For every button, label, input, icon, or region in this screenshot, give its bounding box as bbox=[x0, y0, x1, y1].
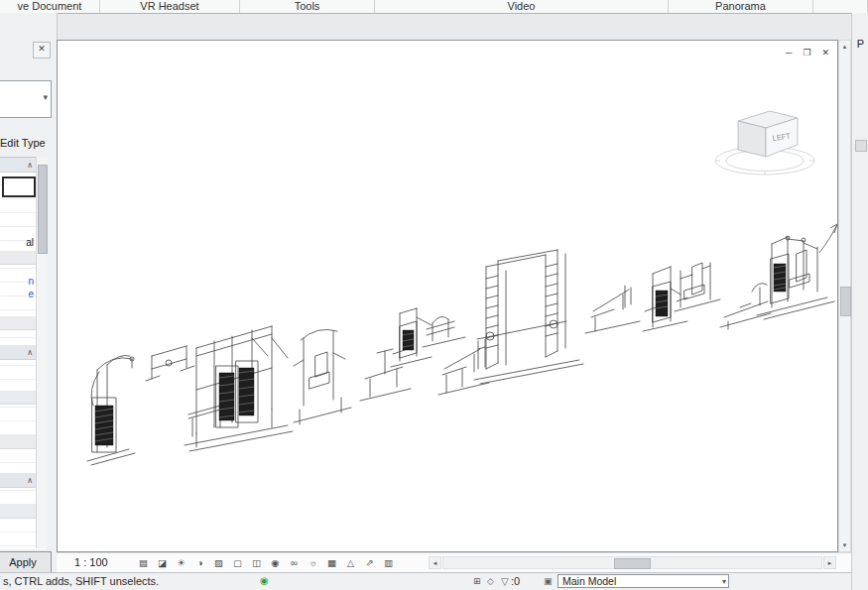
ribbon-tab-vr-headset[interactable]: VR Headset bbox=[100, 0, 240, 13]
scroll-right-icon[interactable]: ► bbox=[823, 556, 836, 569]
view-scale-button[interactable]: 1 : 100 bbox=[74, 556, 108, 568]
select-links-icon[interactable]: ⊞ bbox=[473, 576, 481, 586]
property-row[interactable] bbox=[0, 391, 36, 405]
viewport-window-controls: ─ ❐ ✕ bbox=[786, 48, 829, 58]
scrollbar-thumb[interactable] bbox=[840, 287, 851, 316]
drag-elements-icon[interactable]: ◇ bbox=[487, 576, 494, 586]
scroll-left-icon[interactable]: ◄ bbox=[429, 556, 441, 569]
reveal-hidden-icon[interactable]: ☼ bbox=[304, 555, 322, 570]
ribbon-tab-tools[interactable]: Tools bbox=[240, 0, 375, 13]
property-value-text: al bbox=[0, 237, 34, 249]
collapse-icon: ∧ bbox=[27, 476, 33, 485]
revit-application-window: ve Document VR Headset Tools Video Panor… bbox=[0, 0, 868, 590]
worksharing-display-icon[interactable]: ▥ bbox=[379, 555, 398, 570]
panel-tab-icon bbox=[855, 140, 867, 152]
panel-close-button[interactable]: ✕ bbox=[33, 42, 51, 59]
property-row[interactable] bbox=[0, 435, 36, 449]
restore-icon[interactable]: ❐ bbox=[803, 48, 810, 58]
rendering-icon[interactable]: ▨ bbox=[209, 555, 228, 570]
chevron-down-icon: ▾ bbox=[722, 576, 726, 588]
property-edit-link[interactable]: n bbox=[0, 276, 34, 288]
scrollbar-thumb[interactable] bbox=[38, 165, 48, 254]
design-options-icon[interactable]: ▣ bbox=[544, 576, 553, 586]
design-options-selector[interactable]: Main Model ▾ bbox=[558, 574, 729, 588]
ribbon-tab-video[interactable]: Video bbox=[375, 0, 669, 13]
property-row[interactable] bbox=[0, 316, 36, 330]
ribbon-tab-filler bbox=[813, 0, 868, 13]
hide-isolate-icon[interactable]: ∞ bbox=[285, 555, 304, 570]
status-hint-text: s, CTRL adds, SHIFT unselects. bbox=[3, 575, 159, 587]
panel-tab-label: P bbox=[852, 38, 868, 50]
close-icon[interactable]: ✕ bbox=[821, 48, 829, 58]
crop-region-icon[interactable]: ◫ bbox=[247, 555, 266, 570]
close-icon: ✕ bbox=[38, 44, 46, 54]
lock-view-icon[interactable]: ◉ bbox=[266, 555, 285, 570]
detail-level-icon[interactable]: ▤ bbox=[134, 555, 153, 570]
drawing-canvas[interactable]: ─ ❐ ✕ LEFT bbox=[57, 40, 838, 552]
status-bar: s, CTRL adds, SHIFT unselects. ◉ ⊞ ◇ ▽ :… bbox=[0, 572, 868, 590]
view-properties-icon[interactable]: ▦ bbox=[322, 555, 341, 570]
scroll-up-icon[interactable]: ▲ bbox=[839, 41, 850, 53]
scrollbar-thumb[interactable] bbox=[614, 558, 651, 569]
ribbon-tab-panorama[interactable]: Panorama bbox=[669, 0, 813, 13]
selection-filter-icon[interactable]: ▽ bbox=[501, 576, 509, 587]
scroll-down-icon[interactable]: ▼ bbox=[839, 539, 850, 551]
viewport-horizontal-scrollbar[interactable] bbox=[442, 556, 822, 569]
view-cube[interactable]: LEFT bbox=[710, 95, 821, 186]
ribbon-tab-document[interactable]: ve Document bbox=[0, 0, 100, 13]
type-selector[interactable]: ▾ bbox=[0, 80, 52, 118]
property-edit-link[interactable]: e bbox=[0, 289, 34, 300]
view-control-icons: ▤ ◪ ☀ ◑ ▨ ▢ ◫ ◉ ∞ ☼ ▦ △ ⇗ ▥ bbox=[134, 555, 398, 570]
property-group-header[interactable]: ∧ bbox=[0, 473, 36, 488]
collapse-icon: ∧ bbox=[27, 161, 33, 170]
property-row[interactable] bbox=[0, 505, 36, 519]
visual-style-icon[interactable]: ◪ bbox=[153, 555, 172, 570]
edit-type-button[interactable]: Edit Type bbox=[0, 137, 43, 149]
property-value-field[interactable] bbox=[2, 177, 36, 197]
collapse-icon: ∧ bbox=[27, 348, 33, 357]
worksharing-status-icon[interactable]: ◉ bbox=[260, 575, 269, 586]
design-options-value: Main Model bbox=[562, 575, 616, 587]
displacement-icon[interactable]: ⇗ bbox=[360, 555, 379, 570]
chevron-down-icon: ▾ bbox=[43, 92, 48, 102]
view-control-bar: 1 : 100 ▤ ◪ ☀ ◑ ▨ ▢ ◫ ◉ ∞ ☼ ▦ △ ⇗ ▥ ◄ ► bbox=[57, 552, 851, 572]
selection-count: :0 bbox=[511, 575, 520, 587]
minimize-icon[interactable]: ─ bbox=[786, 48, 792, 58]
property-group-header[interactable]: ∧ bbox=[0, 345, 36, 360]
shadows-icon[interactable]: ◑ bbox=[190, 555, 209, 570]
analytical-model-icon[interactable]: △ bbox=[341, 555, 360, 570]
property-group-header[interactable]: ∧ bbox=[0, 158, 36, 173]
collapsed-side-panel[interactable]: P bbox=[851, 13, 868, 590]
ribbon-tab-bar: ve Document VR Headset Tools Video Panor… bbox=[0, 0, 868, 14]
properties-scrollbar[interactable] bbox=[36, 157, 48, 548]
crop-view-icon[interactable]: ▢ bbox=[228, 555, 247, 570]
sun-path-icon[interactable]: ☀ bbox=[172, 555, 190, 570]
viewport-vertical-scrollbar[interactable]: ▲ ▼ bbox=[838, 40, 851, 552]
properties-palette: ✕ ▾ Edit Type ∧ al n e ∧ ∧ Apply bbox=[0, 13, 58, 590]
property-row[interactable] bbox=[0, 251, 36, 265]
